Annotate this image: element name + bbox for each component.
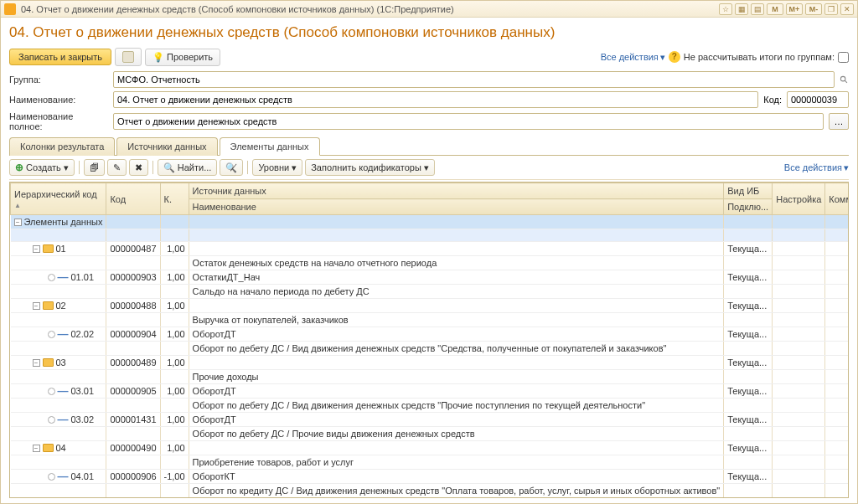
col-com[interactable]: Коммен...: [825, 183, 849, 215]
folder-icon: [43, 444, 54, 452]
table-row[interactable]: − 030000004891,00Текуща...: [11, 356, 850, 370]
find-button[interactable]: 🔍Найти...: [158, 159, 218, 176]
table-row[interactable]: Прочие доходы: [11, 370, 850, 384]
fill-codifiers-button[interactable]: Заполнить кодификаторы ▾: [305, 159, 435, 176]
collapse-icon[interactable]: −: [33, 245, 40, 253]
check-button[interactable]: 💡Проверить: [145, 49, 220, 66]
table-row[interactable]: — 01.010000009031,00ОстаткиДТ_НачТекуща.…: [11, 270, 850, 285]
levels-button[interactable]: Уровни ▾: [252, 159, 302, 176]
fullname-more-button[interactable]: …: [829, 113, 849, 130]
table-row[interactable]: − 020000004881,00Текуща...: [11, 299, 850, 313]
folder-icon: [43, 301, 54, 310]
col-hier[interactable]: Иерархический код ▲: [11, 183, 106, 215]
collapse-icon[interactable]: −: [14, 219, 22, 226]
collapse-icon[interactable]: −: [33, 445, 40, 452]
k-cell: 1,00: [160, 270, 189, 285]
k-cell: 1,00: [160, 327, 189, 342]
edit-button[interactable]: ✎: [107, 159, 127, 176]
name-cell: Оборот по дебету ДС / Вид движения денеж…: [189, 399, 724, 413]
k-cell: 1,00: [160, 413, 189, 427]
hier-code: 02.02: [71, 329, 95, 339]
radio-icon: [48, 331, 55, 338]
collapse-icon[interactable]: −: [33, 359, 40, 367]
table-row[interactable]: Выручка от покупателей, заказчиков: [11, 313, 850, 327]
tab-result-columns[interactable]: Колонки результата: [9, 137, 115, 156]
radio-icon: [48, 388, 55, 395]
copy-button[interactable]: 🗐: [84, 159, 105, 176]
table-row[interactable]: — 03.010000009051,00ОборотДТТекуща...: [11, 384, 850, 399]
tab-data-elements[interactable]: Элементы данных: [220, 137, 320, 156]
col-sub-conn[interactable]: Подклю...: [724, 199, 773, 215]
name-cell: Прочие доходы: [189, 370, 724, 384]
table-row[interactable]: Оборот по дебету ДС / Прочие виды движен…: [11, 427, 850, 441]
k-cell: 1,00: [160, 498, 189, 499]
dash-icon: —: [58, 331, 69, 337]
tb-m-plus[interactable]: M+: [786, 3, 803, 15]
grid[interactable]: Иерархический код ▲ Код К. Источник данн…: [9, 182, 849, 498]
hier-code: 02: [56, 301, 66, 311]
fullname-label: Наименование полное:: [9, 111, 108, 131]
table-row[interactable]: — 03.020000014311,00ОборотДТТекуща...: [11, 413, 850, 427]
table-row[interactable]: − 010000004871,00Текуща...: [11, 242, 850, 256]
table-row[interactable]: − 040000004901,00Текуща...: [11, 441, 850, 455]
table-row[interactable]: − 050000004911,00Текуща...: [11, 498, 850, 499]
code-field[interactable]: [787, 91, 849, 108]
tb-tool-2[interactable]: ▦: [735, 3, 748, 15]
tb-m-minus[interactable]: M-: [805, 3, 822, 15]
table-row-root[interactable]: −Элементы данных: [11, 215, 850, 229]
collapse-icon[interactable]: −: [33, 302, 40, 310]
svg-point-0: [840, 76, 845, 81]
save-close-button[interactable]: Записать и закрыть: [9, 49, 111, 65]
search-icon[interactable]: [840, 75, 849, 85]
save-button[interactable]: [115, 48, 142, 66]
create-button[interactable]: ⊕Создать ▾: [9, 159, 75, 176]
group-field[interactable]: [113, 71, 835, 88]
table-row[interactable]: — 04.01000000906-1,00ОборотКТТекуща...: [11, 470, 850, 484]
close-icon[interactable]: ✕: [840, 3, 854, 15]
table-row[interactable]: Сальдо на начало периода по дебету ДС: [11, 285, 850, 299]
code-cell: 000000488: [106, 299, 160, 313]
name-cell: Оборот по дебету ДС / Прочие виды движен…: [189, 427, 724, 441]
radio-icon: [48, 274, 55, 281]
main-toolbar: Записать и закрыть 💡Проверить Все действ…: [9, 48, 849, 66]
hier-code: 03.02: [71, 414, 95, 424]
tb-m[interactable]: M: [767, 3, 783, 15]
name-field[interactable]: [113, 91, 758, 108]
delete-button[interactable]: ✖: [129, 159, 148, 176]
table-row[interactable]: Оборот по кредиту ДС / Вид движения дене…: [11, 484, 850, 498]
tb-restore[interactable]: ❐: [824, 3, 838, 15]
chevron-down-icon: ▾: [660, 52, 665, 63]
ib-cell: Текуща...: [724, 470, 773, 484]
table-row[interactable]: Оборот по дебету ДС / Вид движения денеж…: [11, 342, 850, 356]
table-row[interactable]: Приобретение товаров, работ и услуг: [11, 455, 850, 470]
chevron-down-icon: ▾: [64, 162, 69, 173]
radio-icon: [48, 473, 55, 481]
col-code[interactable]: Код: [106, 183, 160, 215]
col-ib[interactable]: Вид ИБ: [724, 183, 773, 199]
help-icon[interactable]: ?: [669, 51, 680, 63]
tab-data-sources[interactable]: Источники данных: [116, 137, 217, 156]
col-k[interactable]: К.: [160, 183, 189, 215]
tb-tool-3[interactable]: ▤: [751, 3, 764, 15]
col-set[interactable]: Настройка: [773, 183, 825, 215]
fullname-field[interactable]: [113, 113, 824, 130]
col-src[interactable]: Источник данных: [189, 183, 724, 199]
hier-code: 01: [56, 244, 66, 254]
all-actions-dropdown[interactable]: Все действия ▾: [601, 52, 665, 63]
clear-find-button[interactable]: 🔍̸: [220, 159, 243, 176]
titlebar: 04. Отчет о движении денежных средств (С…: [1, 1, 857, 18]
name-cell: Остаток денежных средств на начало отчет…: [189, 256, 724, 270]
table-row[interactable]: Остаток денежных средств на начало отчет…: [11, 256, 850, 270]
bulb-icon: 💡: [152, 52, 164, 63]
src-cell: [189, 498, 724, 499]
table-row[interactable]: Оборот по дебету ДС / Вид движения денеж…: [11, 399, 850, 413]
code-cell: 000000903: [106, 270, 160, 285]
tb-tool-1[interactable]: ☆: [719, 3, 732, 15]
page-title: 04. Отчет о движении денежных средств (С…: [9, 24, 849, 41]
name-cell: Выручка от покупателей, заказчиков: [189, 313, 724, 327]
no-group-totals-checkbox[interactable]: [838, 52, 849, 63]
table-row[interactable]: [11, 229, 850, 242]
col-sub-name[interactable]: Наименование: [189, 199, 724, 215]
grid-all-actions-dropdown[interactable]: Все действия ▾: [784, 162, 849, 173]
table-row[interactable]: — 02.020000009041,00ОборотДТТекуща...: [11, 327, 850, 342]
